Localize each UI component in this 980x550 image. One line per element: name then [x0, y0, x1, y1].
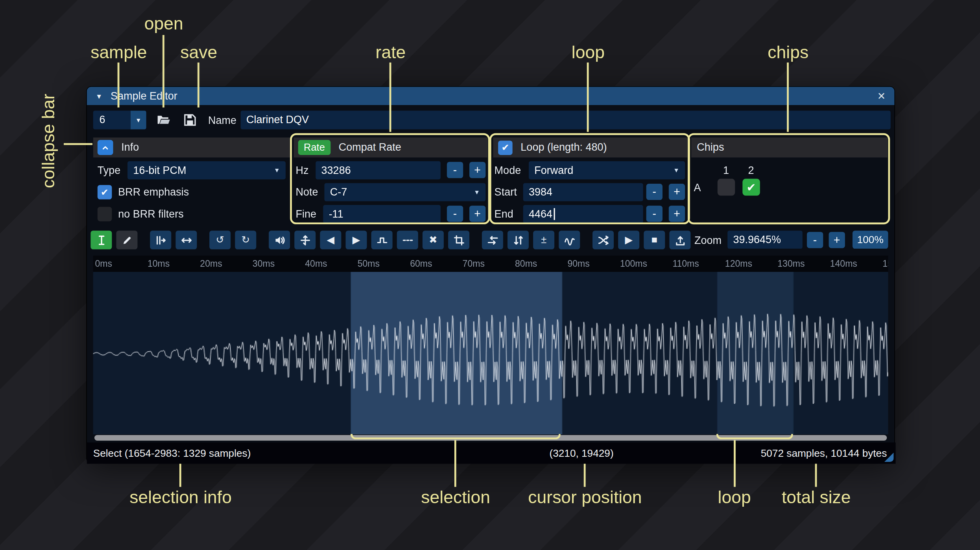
fade-in-button[interactable]: ◀	[320, 231, 341, 249]
fade-in-icon: ◀	[327, 235, 335, 245]
brr-emphasis-checkbox[interactable]: ✔	[98, 185, 112, 199]
annotation-line-cursor-position	[584, 464, 586, 487]
total-size-text: 5072 samples, 10144 bytes	[761, 447, 887, 459]
text-caret	[554, 208, 555, 220]
open-sample-button[interactable]	[153, 111, 174, 129]
loop-end-input[interactable]: 4464	[523, 205, 643, 223]
normalize-icon	[299, 234, 311, 246]
ruler-label: 40ms	[305, 259, 327, 269]
stop-preview-button[interactable]: ■	[644, 231, 665, 249]
annotation-label-loop-bottom: loop	[718, 487, 751, 508]
hz-input[interactable]: 33286	[316, 161, 441, 179]
loop-start-minus-button[interactable]: -	[646, 184, 663, 200]
time-ruler: 0ms10ms20ms30ms40ms50ms60ms70ms80ms90ms1…	[93, 256, 888, 272]
annotation-label-rate: rate	[376, 42, 406, 63]
upload-icon	[674, 234, 686, 246]
fine-input[interactable]: -11	[323, 205, 441, 223]
fine-plus-button[interactable]: +	[469, 206, 485, 222]
annotation-label-loop: loop	[572, 42, 605, 63]
name-label: Name	[208, 114, 236, 127]
reverse-button[interactable]	[482, 231, 503, 249]
annotation-label-cursor-position: cursor position	[528, 487, 642, 508]
crossfade-loop-button[interactable]	[592, 231, 614, 249]
trim-icon	[453, 234, 465, 246]
ruler-label: 0ms	[95, 259, 112, 269]
hz-minus-button[interactable]: -	[447, 162, 463, 178]
zoom-value: 39.9645%	[733, 233, 781, 246]
ruler-label: 140ms	[830, 259, 857, 269]
preview-button[interactable]: ▶	[618, 231, 639, 249]
normalize-button[interactable]	[294, 231, 316, 249]
select-mode-button[interactable]	[90, 231, 112, 249]
type-label: Type	[98, 164, 121, 177]
hz-plus-button[interactable]: +	[469, 162, 485, 178]
chevron-up-icon	[101, 143, 110, 152]
note-value: C-7	[330, 186, 347, 199]
loop-end-plus-button[interactable]: +	[669, 206, 685, 222]
ruler-label: 120ms	[725, 259, 752, 269]
fade-out-button[interactable]: ▶	[346, 231, 367, 249]
resample-button[interactable]	[175, 231, 197, 249]
ruler-label: 80ms	[515, 259, 537, 269]
titlebar[interactable]: ▼ Sample Editor ✕	[87, 87, 895, 105]
window-collapse-icon[interactable]: ▼	[96, 92, 102, 100]
fade-out-icon: ▶	[353, 235, 360, 245]
upload-sample-button[interactable]	[669, 231, 690, 249]
chip-1-checkbox[interactable]	[718, 179, 735, 196]
type-select[interactable]: 16-bit PCM ▼	[127, 161, 286, 179]
loop-start-plus-button[interactable]: +	[669, 184, 685, 200]
rate-badge[interactable]: Rate	[298, 140, 330, 155]
ruler-label: 110ms	[672, 259, 699, 269]
annotation-bracket-selection	[351, 434, 561, 439]
fine-minus-button[interactable]: -	[447, 206, 463, 222]
rate-header-label: Compat Rate	[339, 141, 401, 154]
close-icon[interactable]: ✕	[877, 90, 886, 102]
invert-button[interactable]	[508, 231, 529, 249]
insert-silence-button[interactable]	[371, 231, 393, 249]
ruler-label: 50ms	[358, 259, 380, 269]
zoom-reset-button[interactable]: 100%	[853, 231, 888, 249]
sign-change-button[interactable]: ±	[533, 231, 554, 249]
dropdown-arrow-icon[interactable]: ▼	[131, 111, 146, 129]
loop-mode-select[interactable]: Forward ▼	[529, 161, 685, 179]
redo-button[interactable]: ↻	[235, 231, 256, 249]
zoom-input[interactable]: 39.9645%	[727, 231, 803, 249]
loop-end-minus-button[interactable]: -	[646, 206, 663, 222]
draw-mode-button[interactable]	[116, 231, 137, 249]
ruler-label: 130ms	[777, 259, 805, 269]
cursor-position-text: (3210, 19429)	[549, 447, 613, 459]
apply-silence-icon	[402, 234, 413, 246]
no-brr-filters-checkbox[interactable]	[98, 207, 112, 221]
trim-button[interactable]	[448, 231, 469, 249]
name-input[interactable]: Clarinet DQV	[241, 111, 891, 129]
collapse-info-button[interactable]	[98, 140, 113, 155]
loop-start-input[interactable]: 3984	[523, 183, 643, 201]
sample-number-value: 6	[93, 111, 131, 129]
delete-button[interactable]: ✖	[423, 231, 444, 249]
resample-icon	[180, 234, 192, 246]
note-select[interactable]: C-7 ▼	[325, 183, 486, 201]
filter-button[interactable]	[559, 231, 580, 249]
save-sample-button[interactable]	[179, 111, 201, 129]
loop-header-label: Loop (length: 480)	[520, 141, 607, 154]
apply-silence-button[interactable]	[397, 231, 418, 249]
play-icon: ▶	[625, 235, 633, 245]
sample-editor-window: ▼ Sample Editor ✕ 6 ▼ Name Clarinet DQV	[86, 86, 895, 463]
chip-2-checkbox[interactable]: ✔	[742, 179, 760, 196]
zoom-out-button[interactable]: -	[807, 232, 823, 248]
undo-button[interactable]: ↺	[209, 231, 231, 249]
annotation-line-loop-bottom	[734, 440, 736, 487]
undo-icon: ↺	[216, 235, 224, 245]
status-bar: Select (1654-2983: 1329 samples) (3210, …	[87, 443, 896, 464]
loop-enable-checkbox[interactable]: ✔	[498, 140, 513, 155]
resize-button[interactable]	[150, 231, 171, 249]
waveform-canvas[interactable]	[93, 272, 888, 434]
window-resize-grip[interactable]	[884, 452, 894, 462]
waveform-view[interactable]	[93, 272, 888, 434]
chip-col-2-label: 2	[748, 164, 754, 177]
zoom-in-button[interactable]: +	[829, 232, 845, 248]
amplify-button[interactable]	[269, 231, 290, 249]
sample-number-select[interactable]: 6 ▼	[93, 111, 146, 129]
zoom-label: Zoom	[694, 234, 722, 247]
redo-icon: ↻	[242, 235, 250, 245]
